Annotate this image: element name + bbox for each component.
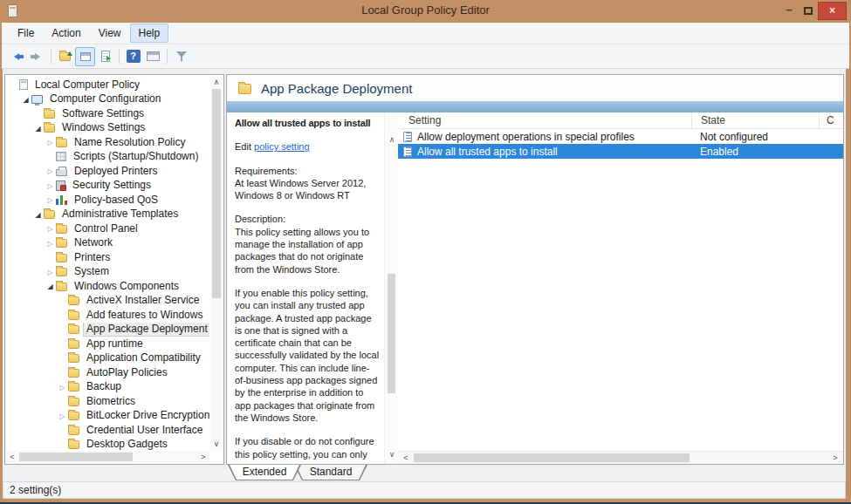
expander-collapsed-icon[interactable]: [57, 380, 68, 395]
tree-item-application-compatibility[interactable]: Application Compatibility: [7, 351, 209, 366]
tree-item-biometrics[interactable]: Biometrics: [7, 394, 209, 409]
requirements-label: Requirements:: [235, 165, 380, 177]
close-button[interactable]: ×: [818, 2, 847, 20]
tree-item-label: App Package Deployment: [84, 323, 209, 336]
filter-icon[interactable]: [171, 47, 191, 66]
scroll-right-icon[interactable]: >: [197, 451, 209, 463]
folder-icon: [56, 268, 67, 276]
forward-icon[interactable]: [27, 47, 47, 66]
tree-item-credential-user-interface[interactable]: Credential User Interface: [7, 423, 209, 438]
document-arrow-icon: [101, 51, 110, 62]
console-window-icon[interactable]: [143, 47, 163, 66]
up-one-level-icon[interactable]: [55, 47, 75, 66]
up-arrow-icon: [67, 49, 72, 56]
expander-collapsed-icon[interactable]: [45, 236, 56, 251]
scroll-right-icon[interactable]: >: [829, 452, 841, 464]
scroll-down-icon[interactable]: ∨: [386, 448, 398, 460]
tab-extended[interactable]: Extended: [228, 465, 301, 480]
setting-row[interactable]: Allow all trusted apps to installEnabled: [398, 144, 843, 159]
tree-item-label: Windows Settings: [59, 121, 148, 134]
tree-item-autoplay-policies[interactable]: AutoPlay Policies: [7, 365, 209, 380]
show-console-tree-icon[interactable]: [75, 47, 95, 66]
expander-collapsed-icon[interactable]: [45, 179, 56, 194]
scroll-left-icon[interactable]: <: [6, 451, 18, 463]
column-state[interactable]: State: [691, 112, 819, 128]
expander-expanded-icon[interactable]: [20, 92, 31, 107]
tree-item-software-settings[interactable]: Software Settings: [7, 106, 209, 121]
tree-item-windows-components[interactable]: Windows Components: [7, 279, 209, 294]
description-paragraph: If you enable this policy setting, you c…: [235, 287, 380, 424]
tree-item-app-runtime[interactable]: App runtime: [7, 337, 209, 351]
menu-item-action[interactable]: Action: [43, 24, 89, 43]
tree-item-label: Credential User Interface: [84, 424, 205, 437]
expander-collapsed-icon[interactable]: [57, 409, 68, 424]
expander-collapsed-icon[interactable]: [45, 221, 56, 236]
expander-collapsed-icon[interactable]: [45, 164, 56, 179]
help-icon[interactable]: [123, 47, 143, 66]
tree-item-windows-settings[interactable]: Windows Settings: [7, 121, 209, 136]
export-list-icon[interactable]: [95, 47, 115, 66]
tree-item-security-settings[interactable]: Security Settings: [7, 179, 209, 194]
description-scrollbar[interactable]: ∧ ∨: [384, 112, 398, 464]
expander-expanded-icon[interactable]: [32, 208, 44, 222]
setting-name: Allow all trusted apps to install: [417, 146, 558, 158]
console-tree-pane: Local Computer PolicyComputer Configurat…: [4, 74, 224, 465]
scrollbar-thumb[interactable]: [212, 89, 221, 298]
description-paragraph: This policy setting allows you to manage…: [235, 226, 380, 276]
scroll-left-icon[interactable]: <: [400, 452, 412, 464]
menu-item-view[interactable]: View: [90, 24, 130, 43]
tree-item-control-panel[interactable]: Control Panel: [7, 221, 209, 236]
policy-setting-link[interactable]: policy setting: [254, 141, 310, 152]
expander-expanded-icon[interactable]: [45, 279, 56, 294]
tree-item-deployed-printers[interactable]: Deployed Printers: [7, 164, 209, 179]
tree-item-local-computer-policy[interactable]: Local Computer Policy: [7, 78, 209, 92]
menu-item-file[interactable]: File: [9, 24, 43, 43]
tree-item-add-features-to-windows[interactable]: Add features to Windows: [7, 308, 209, 323]
minimize-button[interactable]: –: [779, 3, 799, 20]
folder-icon: [68, 426, 79, 435]
folder-icon: [68, 296, 79, 305]
policy-description-panel: Allow all trusted apps to install Edit p…: [227, 112, 384, 464]
tree-item-app-package-deployment[interactable]: App Package Deployment: [7, 323, 209, 337]
expander-collapsed-icon[interactable]: [45, 193, 56, 208]
scrollbar-thumb[interactable]: [388, 274, 395, 393]
tree-item-bitlocker-drive-encryption[interactable]: BitLocker Drive Encryption: [7, 409, 209, 424]
tree-item-administrative-templates[interactable]: Administrative Templates: [7, 208, 209, 222]
window-title: Local Group Policy Editor: [0, 3, 851, 17]
tab-standard[interactable]: Standard: [294, 465, 367, 480]
tree-item-label: Add features to Windows: [84, 309, 205, 322]
scroll-down-icon[interactable]: ∨: [210, 438, 223, 450]
tree-item-scripts-startup-shutdown[interactable]: Scripts (Startup/Shutdown): [7, 150, 209, 165]
tree-item-backup[interactable]: Backup: [7, 380, 209, 395]
column-comment[interactable]: C: [819, 112, 843, 128]
description-label: Description:: [235, 213, 380, 225]
scroll-up-icon[interactable]: ∧: [386, 133, 398, 146]
column-setting[interactable]: Setting: [398, 114, 691, 126]
tree-item-label: Software Settings: [59, 107, 147, 120]
tree-item-computer-configuration[interactable]: Computer Configuration: [7, 92, 209, 107]
maximize-button[interactable]: [799, 3, 818, 20]
console-icon: [19, 79, 28, 90]
tree-item-system[interactable]: System: [7, 265, 209, 280]
tree-vertical-scrollbar[interactable]: ∧ ∨: [210, 76, 223, 450]
tree-item-activex-installer-service[interactable]: ActiveX Installer Service: [7, 294, 209, 309]
tree-item-printers[interactable]: Printers: [7, 250, 209, 265]
back-icon[interactable]: [7, 47, 27, 66]
tree-item-policy-based-qos[interactable]: Policy-based QoS: [7, 193, 209, 208]
scroll-up-icon[interactable]: ∧: [210, 76, 223, 88]
tree-item-network[interactable]: Network: [7, 236, 209, 251]
tree-item-label: System: [72, 265, 112, 278]
expander-collapsed-icon[interactable]: [45, 265, 56, 280]
tree-horizontal-scrollbar[interactable]: < >: [6, 451, 209, 463]
list-horizontal-scrollbar[interactable]: < >: [398, 451, 843, 464]
expander-expanded-icon[interactable]: [32, 121, 44, 136]
tree-item-desktop-gadgets[interactable]: Desktop Gadgets: [7, 438, 209, 451]
menu-item-help[interactable]: Help: [130, 24, 169, 43]
scrollbar-thumb[interactable]: [414, 453, 690, 462]
view-tabs: ExtendedStandard: [228, 465, 367, 480]
setting-row[interactable]: Allow deployment operations in special p…: [398, 129, 843, 144]
tree-item-name-resolution-policy[interactable]: Name Resolution Policy: [7, 135, 209, 150]
expander-collapsed-icon[interactable]: [45, 135, 56, 150]
tree-item-label: Printers: [72, 251, 113, 264]
scrollbar-thumb[interactable]: [19, 453, 133, 461]
